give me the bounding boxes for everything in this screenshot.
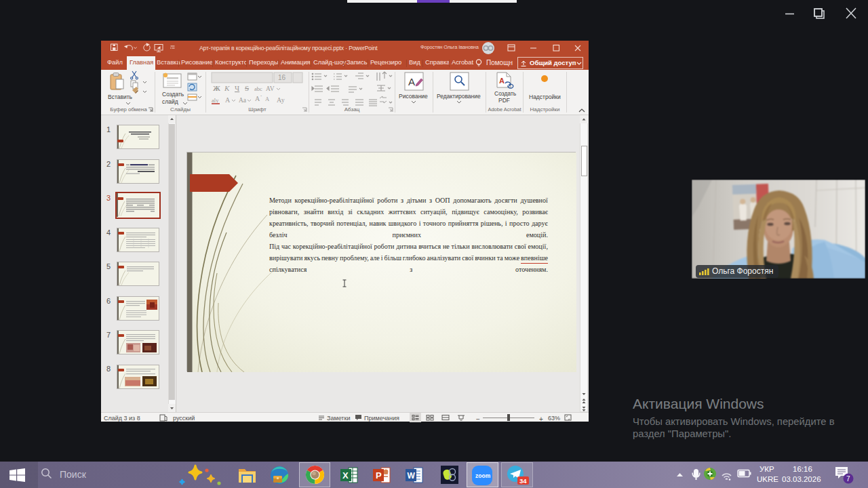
svg-text:S: S [245,84,249,92]
svg-text:А: А [225,96,231,104]
svg-text:16: 16 [278,74,286,81]
svg-text:AV: AV [266,85,275,92]
svg-text:А: А [265,96,270,102]
svg-text:X: X [342,470,349,481]
svg-text:Рисование: Рисование [399,93,428,100]
svg-text:Надстройки: Надстройки [529,94,561,100]
svg-text:abc: abc [254,85,262,92]
svg-text:Аа: Аа [239,97,247,104]
svg-text:А: А [255,95,260,102]
svg-text:Форостян Ольга Івановна: Форостян Ольга Івановна [420,44,479,50]
svg-text:A: A [499,77,505,85]
svg-text:W: W [408,471,416,481]
svg-text:aly: aly [212,97,219,104]
svg-text:Арт-терапія в корекційно-реабі: Арт-терапія в корекційно-реабілітаційном… [199,45,378,52]
svg-text:Редактирование: Редактирование [437,93,481,100]
svg-text:А: А [408,76,415,87]
svg-text:7: 7 [846,475,850,483]
svg-text:слайд: слайд [162,98,178,105]
svg-text:Создать: Создать [494,90,517,97]
svg-text:zoom: zoom [475,472,491,479]
svg-text:Создать: Создать [162,91,184,98]
svg-text:34: 34 [519,477,527,485]
svg-text:PDF: PDF [498,97,510,104]
svg-text:Вставить: Вставить [108,94,133,100]
svg-text:P: P [376,470,382,481]
svg-text:ˆ: ˆ [260,94,262,99]
svg-text:К: К [224,84,230,92]
svg-text:Ж: Ж [213,84,220,92]
svg-text:Ч: Ч [235,84,239,92]
svg-text:Ау: Ау [277,96,285,104]
